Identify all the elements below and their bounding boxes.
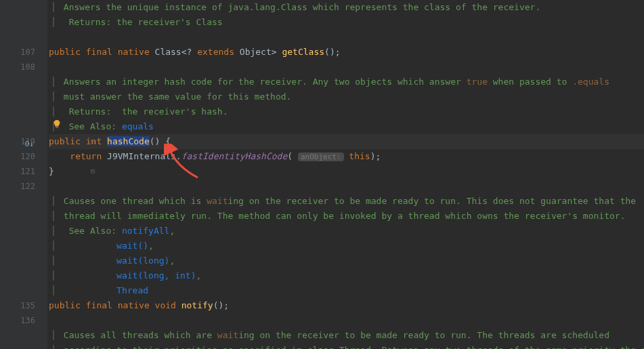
code-editor[interactable]: 107 108 119O↓ 120 121 122 135 136 Answer…: [0, 0, 644, 349]
see-also-label: See Also:: [69, 226, 116, 236]
param-hint: anObject:: [298, 152, 344, 161]
gutter: 107 108 119O↓ 120 121 122 135 136: [0, 0, 47, 349]
javadoc-text: Answers the unique instance of java.lang…: [64, 2, 540, 12]
doc-link[interactable]: Thread: [116, 285, 148, 295]
code-area[interactable]: Answers the unique instance of java.lang…: [47, 0, 644, 349]
svg-rect-0: [56, 127, 58, 127]
returns-label: Returns:: [69, 106, 112, 117]
line-number: 108: [0, 60, 35, 75]
returns-label: Returns:: [69, 17, 112, 27]
fold-icon[interactable]: ⊟: [91, 134, 95, 149]
see-also-label: See Also:: [69, 121, 116, 131]
code-line[interactable]: public final native void notify();: [49, 298, 644, 313]
line-number: 120: [0, 149, 35, 164]
javadoc-text: according to their priorities as specifi…: [64, 345, 644, 349]
code-line[interactable]: public final native Class<? extends Obje…: [49, 45, 644, 60]
code-line[interactable]: ⊟}: [49, 164, 644, 179]
javadoc-text: Causes all threads which are waiting on …: [64, 330, 609, 340]
doc-link[interactable]: equals: [122, 121, 154, 131]
doc-link[interactable]: wait(long, int): [116, 270, 196, 281]
line-number: 136: [0, 313, 35, 328]
javadoc-text: Causes one thread which is waiting on th…: [64, 196, 636, 206]
javadoc-text: thread will immediately run. The method …: [64, 211, 626, 221]
returns-value: the receiver's Class: [116, 17, 223, 27]
method-name-selected: hashCode: [107, 136, 150, 146]
returns-value: the receiver's hash.: [122, 106, 228, 117]
method-name: getClass: [282, 47, 324, 57]
javadoc-text: must answer the same value for this meth…: [64, 91, 292, 102]
line-number: 135: [0, 298, 35, 313]
doc-link[interactable]: wait(): [116, 241, 148, 251]
line-number: 122: [0, 179, 35, 194]
code-line[interactable]: return J9VMInternals.fastIdentityHashCod…: [49, 149, 644, 164]
line-number: 107: [0, 45, 35, 60]
doc-link[interactable]: notifyAll: [122, 226, 169, 236]
fold-icon[interactable]: ⊟: [91, 164, 95, 179]
method-name: notify: [181, 300, 213, 310]
code-line-highlighted[interactable]: ⊟public int hashCode() {: [49, 134, 644, 149]
line-number: 121: [0, 164, 35, 179]
lightbulb-icon[interactable]: [52, 119, 62, 129]
line-number: 119O↓: [0, 134, 35, 149]
javadoc-text: Answers an integer hash code for the rec…: [64, 77, 609, 87]
doc-link[interactable]: wait(long): [116, 255, 169, 266]
method-call: fastIdentityHashCode: [181, 151, 288, 161]
